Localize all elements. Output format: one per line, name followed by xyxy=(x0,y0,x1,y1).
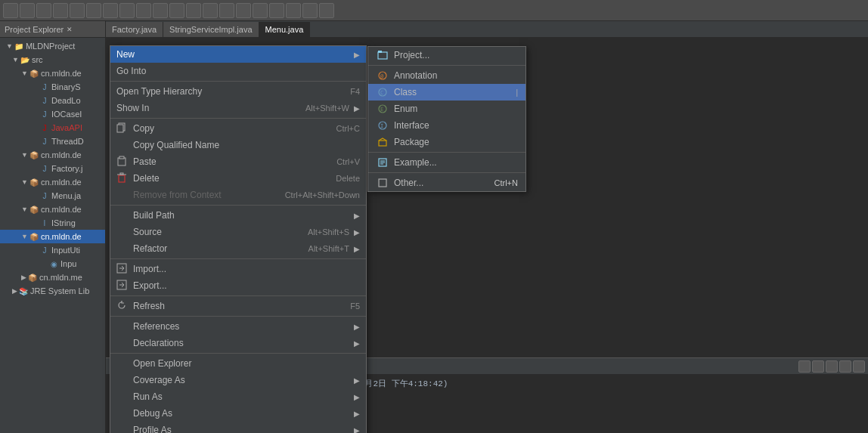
ctx-submenu-item-annotation[interactable]: @ Annotation xyxy=(368,67,525,84)
toolbar-btn-13[interactable] xyxy=(203,3,218,18)
toolbar-btn-10[interactable] xyxy=(153,3,168,18)
ctx-menu-item-declarations[interactable]: Declarations ▶ xyxy=(110,335,366,351)
submenu-arrow-icon: ▶ xyxy=(354,245,360,253)
ctx-menu-item-open-type-hierarchy[interactable]: Open Type Hierarchy F4 xyxy=(110,83,366,100)
toolbar-btn-3[interactable] xyxy=(36,3,51,18)
tree-item-javaapi[interactable]: J JavaAPI xyxy=(0,121,105,135)
ctx-item-label: Class xyxy=(394,87,513,97)
tree-item-pkg2[interactable]: ▼ 📦 cn.mldn.de xyxy=(0,148,105,162)
ctx-menu-item-new[interactable]: New ▶ Project... @ xyxy=(110,46,366,63)
toolbar-btn-16[interactable] xyxy=(253,3,268,18)
ctx-menu-item-copy[interactable]: Copy Ctrl+C xyxy=(110,120,366,137)
ctx-menu-item-remove-context[interactable]: Remove from Context Ctrl+Alt+Shift+Down xyxy=(110,187,366,203)
ctx-menu-item-refactor[interactable]: Refactor Alt+Shift+T ▶ xyxy=(110,240,366,257)
tree-item-mldnproject[interactable]: ▼ 📁 MLDNProject xyxy=(0,39,105,53)
tree-item-inpututi[interactable]: J InputUti xyxy=(0,243,105,257)
ctx-submenu-item-project[interactable]: Project... xyxy=(368,47,525,63)
project-icon xyxy=(376,48,389,62)
ctx-menu-item-delete[interactable]: Delete Delete xyxy=(110,170,366,187)
ctx-submenu-item-enum[interactable]: E Enum xyxy=(368,101,525,117)
ctx-menu-item-copy-qualified[interactable]: Copy Qualified Name xyxy=(110,137,366,153)
ctx-item-shortcut: F5 xyxy=(350,302,360,311)
ctx-menu-item-import[interactable]: Import... xyxy=(110,261,366,277)
submenu-arrow-icon: ▶ xyxy=(354,376,360,385)
ctx-menu-item-profile-as[interactable]: Profile As ▶ xyxy=(110,422,366,433)
panel-close-icon[interactable]: ✕ xyxy=(67,26,73,33)
svg-text:I: I xyxy=(380,123,383,129)
tree-item-menu[interactable]: J Menu.ja xyxy=(0,189,105,203)
tab-menu-java[interactable]: Menu.java xyxy=(259,22,311,37)
tab-factory-java[interactable]: Factory.java xyxy=(106,22,163,37)
tree-item-label: InputUti xyxy=(51,246,80,255)
ctx-menu-item-open-explorer[interactable]: Open Explorer xyxy=(110,355,366,372)
ctx-submenu-item-other[interactable]: Other... Ctrl+N xyxy=(368,175,525,191)
toolbar-btn-6[interactable] xyxy=(86,3,101,18)
toolbar-btn-11[interactable] xyxy=(169,3,184,18)
toolbar-btn-5[interactable] xyxy=(70,3,85,18)
panel-title-text: Project Explorer xyxy=(5,25,64,34)
tree-item-deadlo[interactable]: J DeadLo xyxy=(0,94,105,107)
package-icon: 📦 xyxy=(27,272,38,283)
tree-item-jre[interactable]: ▶ 📚 JRE System Lib xyxy=(0,284,105,298)
ctx-submenu-item-example[interactable]: Example... xyxy=(368,154,525,171)
ctx-menu-item-debug-as[interactable]: Debug As ▶ xyxy=(110,405,366,422)
tree-item-pkg1[interactable]: ▼ 📦 cn.mldn.de xyxy=(0,66,105,80)
tree-item-label: src xyxy=(32,55,43,64)
ctx-submenu-item-class[interactable]: C Class | xyxy=(368,84,525,101)
toolbar-btn-4[interactable] xyxy=(53,3,68,18)
toolbar-btn-9[interactable] xyxy=(136,3,151,18)
toolbar-btn-19[interactable] xyxy=(302,3,318,18)
toolbar-btn-12[interactable] xyxy=(186,3,201,18)
tree-item-pkg4[interactable]: ▼ 📦 cn.mldn.de xyxy=(0,203,105,216)
ctx-menu-item-build-path[interactable]: Build Path ▶ xyxy=(110,207,366,224)
ctx-menu-item-show-in[interactable]: Show In Alt+Shift+W ▶ xyxy=(110,100,366,116)
console-btn-4[interactable] xyxy=(839,360,851,373)
toolbar-btn-14[interactable] xyxy=(219,3,234,18)
tree-item-istring[interactable]: I IString xyxy=(0,216,105,230)
ctx-menu-item-coverage-as[interactable]: Coverage As ▶ xyxy=(110,372,366,388)
tab-stringservice-java[interactable]: StringServiceImpl.java xyxy=(163,22,259,37)
tree-item-src[interactable]: ▼ 📂 src xyxy=(0,53,105,66)
ctx-menu-item-source[interactable]: Source Alt+Shift+S ▶ xyxy=(110,224,366,240)
toolbar-btn-2[interactable] xyxy=(20,3,35,18)
ctx-item-label: Source xyxy=(133,227,293,237)
ctx-menu-item-run-as[interactable]: Run As ▶ xyxy=(110,388,366,405)
tree-item-inpu[interactable]: ◉ Inpu xyxy=(0,257,105,271)
ctx-submenu-item-package[interactable]: Package xyxy=(368,134,525,150)
toolbar-btn-18[interactable] xyxy=(286,3,301,18)
toolbar-btn-7[interactable] xyxy=(103,3,118,18)
ctx-menu-item-export[interactable]: Export... xyxy=(110,277,366,294)
ctx-separator xyxy=(110,258,366,259)
tree-item-label: MLDNProject xyxy=(26,42,75,51)
toolbar-btn-17[interactable] xyxy=(269,3,284,18)
tree-item-iocase[interactable]: J IOCaseI xyxy=(0,107,105,121)
ctx-menu-item-paste[interactable]: Paste Ctrl+V xyxy=(110,153,366,170)
ctx-menu-item-refresh[interactable]: Refresh F5 xyxy=(110,298,366,314)
ctx-item-label: Profile As xyxy=(133,425,349,433)
toolbar-btn-8[interactable] xyxy=(119,3,135,18)
toolbar-btn-20[interactable] xyxy=(319,3,334,18)
ctx-submenu-new[interactable]: Project... @ Annotation xyxy=(367,46,526,192)
tree-item-factory[interactable]: J Factory.j xyxy=(0,162,105,175)
tree-item-pkg5[interactable]: ▼ 📦 cn.mldn.de xyxy=(0,230,105,243)
ctx-menu-item-references[interactable]: References ▶ xyxy=(110,318,366,335)
context-menu[interactable]: New ▶ Project... @ xyxy=(110,45,367,433)
tree-item-binarys[interactable]: J BinaryS xyxy=(0,80,105,94)
ctx-menu-item-gointo[interactable]: Go Into xyxy=(110,63,366,79)
package-icon xyxy=(376,135,389,149)
ctx-item-shortcut: Delete xyxy=(336,174,360,183)
console-btn-5[interactable] xyxy=(853,360,865,373)
tree-item-threadd[interactable]: J ThreadD xyxy=(0,135,105,148)
package-icon: 📦 xyxy=(29,150,39,160)
console-btn-2[interactable] xyxy=(812,360,824,373)
console-btn-3[interactable] xyxy=(826,360,838,373)
toolbar-btn-1[interactable] xyxy=(3,3,18,18)
submenu-arrow-icon: ▶ xyxy=(354,339,360,348)
expand-arrow: ▼ xyxy=(21,206,28,213)
toolbar-btn-15[interactable] xyxy=(236,3,251,18)
ctx-submenu-item-interface[interactable]: I Interface xyxy=(368,117,525,134)
svg-rect-17 xyxy=(117,125,123,132)
console-btn-1[interactable] xyxy=(798,360,811,373)
tree-item-pkg-me[interactable]: ▶ 📦 cn.mldn.me xyxy=(0,271,105,284)
tree-item-pkg3[interactable]: ▼ 📦 cn.mldn.de xyxy=(0,175,105,189)
